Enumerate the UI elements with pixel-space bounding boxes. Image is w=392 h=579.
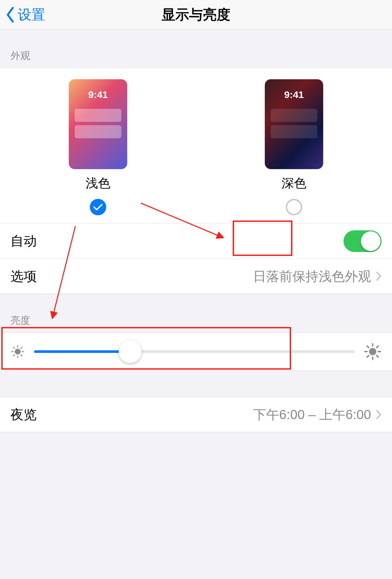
section-header-brightness: 亮度 [0,294,392,333]
appearance-preview-light: 9:41 [69,79,127,169]
svg-line-6 [21,355,22,356]
appearance-option-light[interactable]: 9:41 浅色 [69,79,127,215]
sun-low-icon [10,344,25,359]
appearance-card: 9:41 浅色 9:41 深色 自动 [0,68,392,294]
toggle-knob [361,231,381,251]
appearance-option-dark[interactable]: 9:41 深色 [265,79,323,215]
svg-line-15 [377,356,378,357]
night-shift-label: 夜览 [10,406,37,424]
chevron-right-icon [376,410,382,419]
svg-line-16 [377,346,378,348]
chevron-right-icon [376,271,382,281]
auto-toggle[interactable] [343,230,382,252]
preview-widget [271,109,317,122]
svg-line-14 [367,346,369,348]
svg-line-8 [13,355,14,356]
brightness-slider[interactable] [34,350,355,353]
row-auto: 自动 [0,223,392,259]
svg-line-17 [367,356,369,357]
appearance-dark-label: 深色 [282,175,306,192]
section-header-appearance: 外观 [0,29,392,68]
svg-point-9 [369,348,376,355]
row-night-shift[interactable]: 夜览 下午6:00 – 上午6:00 [0,397,392,432]
page-title: 显示与亮度 [0,6,392,24]
back-label: 设置 [18,6,45,24]
appearance-light-label: 浅色 [86,175,110,192]
slider-thumb[interactable] [119,340,142,363]
back-button[interactable]: 设置 [0,6,45,24]
checkmark-icon [93,203,103,211]
options-value: 日落前保持浅色外观 [253,267,371,285]
svg-line-5 [13,347,14,348]
row-options[interactable]: 选项 日落前保持浅色外观 [0,259,392,294]
radio-light[interactable] [90,199,106,215]
slider-fill [34,350,130,353]
appearance-preview-dark: 9:41 [265,79,323,169]
preview-widget [75,109,121,122]
night-shift-value: 下午6:00 – 上午6:00 [253,406,371,424]
preview-clock: 9:41 [265,89,323,100]
auto-label: 自动 [10,232,37,250]
preview-clock: 9:41 [69,89,127,100]
chevron-left-icon [6,7,15,23]
preview-widget [75,125,121,138]
sun-high-icon [364,343,382,360]
svg-point-0 [15,349,21,355]
svg-line-7 [21,347,22,348]
radio-dark[interactable] [286,199,302,215]
nav-header: 设置 显示与亮度 [0,0,392,29]
options-label: 选项 [10,267,37,285]
brightness-slider-row [0,333,392,371]
preview-widget [271,125,317,138]
